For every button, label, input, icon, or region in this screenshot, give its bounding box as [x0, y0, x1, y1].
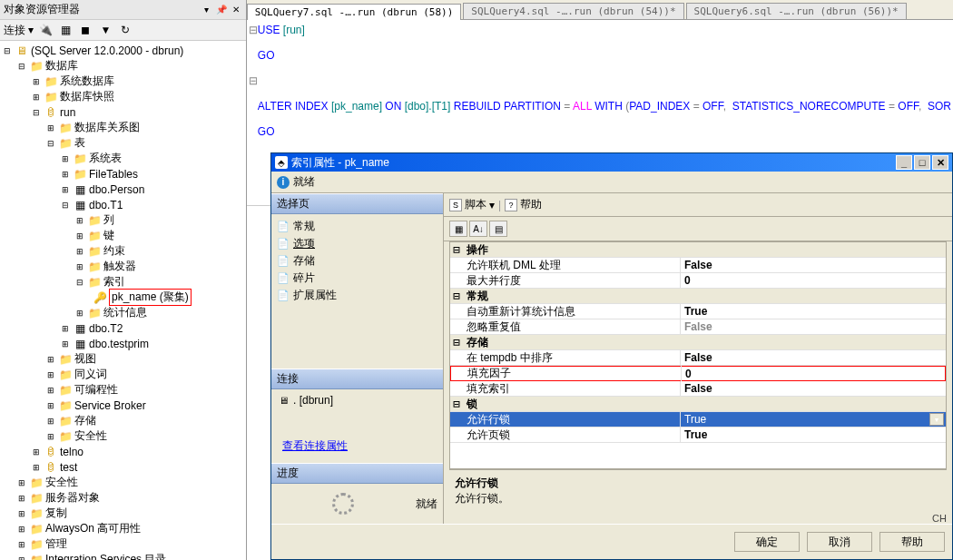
prop-fillfactor-value[interactable]: 0 — [682, 368, 945, 380]
tree-server[interactable]: (SQL Server 12.0.2000 - dbrun) — [31, 44, 183, 57]
help-button[interactable]: 帮助 — [879, 532, 945, 552]
collapse-icon[interactable]: ⊟ — [2, 45, 13, 56]
prop-pagelock[interactable]: 允许页锁 — [463, 427, 681, 443]
tab-sqlquery6[interactable]: SQLQuery6.sql -….run (dbrun (56))* — [686, 3, 907, 19]
prop-rowlock-value[interactable]: True▾ — [681, 413, 946, 426]
stop-icon[interactable]: ◼ — [77, 22, 93, 38]
expand-icon[interactable]: ⊞ — [60, 323, 71, 334]
tree-diagrams[interactable]: 数据库关系图 — [74, 120, 140, 135]
pin-icon[interactable]: 📌 — [215, 4, 228, 16]
tree-replication[interactable]: 复制 — [45, 506, 67, 521]
tree-indexes[interactable]: 索引 — [103, 274, 125, 290]
expand-icon[interactable]: ⊞ — [45, 369, 56, 380]
disconnect-icon[interactable]: ▦ — [57, 22, 74, 38]
expand-icon[interactable]: ⊞ — [45, 354, 56, 365]
maximize-button[interactable]: □ — [914, 155, 930, 170]
page-fragments[interactable]: 📄碎片 — [277, 270, 437, 287]
prop-ignoredup-value[interactable]: False — [681, 320, 946, 333]
prop-fillfactor[interactable]: 填充因子 — [464, 366, 682, 381]
expand-icon[interactable]: ⊞ — [45, 123, 56, 133]
tree-telno[interactable]: telno — [60, 446, 84, 458]
prop-autorecompute-value[interactable]: True — [681, 305, 946, 318]
prop-sorttempdb-value[interactable]: False — [681, 351, 946, 364]
tree-serverobjects[interactable]: 服务器对象 — [45, 490, 100, 506]
page-options[interactable]: 📄选项 — [277, 235, 437, 252]
page-storage[interactable]: 📄存储 — [277, 252, 437, 270]
expand-icon[interactable]: ⊞ — [74, 261, 85, 272]
tree-systables[interactable]: 系统表 — [89, 151, 122, 166]
expand-icon[interactable]: ⊞ — [74, 308, 85, 319]
close-icon[interactable]: ✕ — [230, 4, 242, 16]
tree-testprim[interactable]: dbo.testprim — [89, 338, 149, 350]
connect-button[interactable]: 连接 ▾ — [4, 23, 34, 38]
collapse-icon[interactable]: ⊟ — [45, 138, 56, 149]
expand-icon[interactable]: ⊞ — [31, 92, 42, 103]
cancel-button[interactable]: 取消 — [807, 532, 872, 552]
connect-icon[interactable]: 🔌 — [37, 22, 54, 38]
object-explorer-tree[interactable]: ⊟🖥(SQL Server 12.0.2000 - dbrun) ⊟📁数据库 ⊞… — [0, 41, 246, 560]
tree-constraints[interactable]: 约束 — [103, 243, 125, 259]
prop-padindex[interactable]: 填充索引 — [463, 381, 681, 397]
expand-icon[interactable]: ⊞ — [74, 215, 85, 226]
prop-online-dml[interactable]: 允许联机 DML 处理 — [463, 258, 681, 273]
expand-icon[interactable]: ⊞ — [60, 339, 71, 349]
prop-padindex-value[interactable]: False — [681, 382, 946, 395]
collapse-icon[interactable]: ⊟ — [16, 61, 27, 72]
tree-databases[interactable]: 数据库 — [45, 58, 78, 74]
refresh-icon[interactable]: ↻ — [117, 22, 133, 38]
expand-icon[interactable]: ⊞ — [74, 231, 85, 241]
tree-storage[interactable]: 存储 — [74, 413, 96, 428]
collapse-icon[interactable]: ⊟ — [74, 277, 85, 288]
tree-management[interactable]: 管理 — [45, 536, 67, 552]
expand-icon[interactable]: ⊞ — [45, 385, 56, 396]
ok-button[interactable]: 确定 — [734, 532, 800, 552]
tree-programmability[interactable]: 可编程性 — [74, 382, 118, 398]
expand-icon[interactable]: ⊞ — [16, 477, 27, 488]
collapse-icon[interactable]: ⊟ — [450, 243, 463, 256]
tree-views[interactable]: 视图 — [74, 351, 96, 367]
dropdown-icon[interactable]: ▾ — [929, 413, 944, 426]
expand-icon[interactable]: ⊞ — [45, 416, 56, 427]
page-general[interactable]: 📄常规 — [277, 218, 437, 235]
help-button[interactable]: ?帮助 — [505, 197, 542, 212]
tree-security[interactable]: 安全性 — [74, 428, 107, 444]
collapse-icon[interactable]: ⊟ — [60, 200, 71, 211]
expand-icon[interactable]: ⊞ — [31, 447, 42, 457]
tab-sqlquery4[interactable]: SQLQuery4.sql -….run (dbrun (54))* — [463, 3, 683, 19]
minimize-button[interactable]: _ — [896, 155, 912, 170]
tree-test[interactable]: test — [60, 461, 77, 474]
view-connection-link[interactable]: 查看连接属性 — [282, 438, 348, 454]
tree-t2[interactable]: dbo.T2 — [89, 322, 123, 335]
expand-icon[interactable]: ⊞ — [45, 400, 56, 411]
tree-keys[interactable]: 键 — [103, 228, 114, 243]
alphabetical-button[interactable]: A↓ — [469, 221, 487, 237]
prop-autorecompute[interactable]: 自动重新计算统计信息 — [463, 304, 681, 319]
tree-servicebroker[interactable]: Service Broker — [74, 399, 146, 412]
tree-triggers[interactable]: 触发器 — [103, 259, 136, 274]
tree-security2[interactable]: 安全性 — [45, 475, 78, 490]
collapse-icon[interactable]: ⊟ — [450, 398, 463, 410]
collapse-icon[interactable]: ⊟ — [450, 336, 463, 349]
tree-sysdb[interactable]: 系统数据库 — [60, 74, 114, 89]
expand-icon[interactable]: ⊞ — [45, 431, 56, 442]
properties-grid[interactable]: ⊟操作 允许联机 DML 处理False 最大并行度0 ⊟常规 自动重新计算统计… — [449, 241, 947, 469]
tab-sqlquery7[interactable]: SQLQuery7.sql -….run (dbrun (58)) — [247, 4, 462, 20]
expand-icon[interactable]: ⊞ — [74, 246, 85, 257]
close-button[interactable]: ✕ — [932, 155, 948, 170]
tree-tables[interactable]: 表 — [74, 135, 85, 151]
expand-icon[interactable]: ⊞ — [16, 539, 27, 550]
categorized-button[interactable]: ▦ — [449, 221, 467, 237]
script-button[interactable]: S脚本 ▾ — [449, 197, 495, 212]
tree-person[interactable]: dbo.Person — [89, 183, 144, 196]
prop-pagelock-value[interactable]: True — [681, 428, 946, 441]
page-extended[interactable]: 📄扩展属性 — [277, 287, 437, 304]
props-pages-button[interactable]: ▤ — [489, 221, 507, 237]
tree-stats[interactable]: 统计信息 — [103, 305, 147, 320]
tree-t1[interactable]: dbo.T1 — [89, 199, 123, 211]
tree-columns[interactable]: 列 — [103, 212, 114, 228]
collapse-icon[interactable]: ⊟ — [450, 290, 463, 302]
prop-rowlock[interactable]: 允许行锁 — [463, 412, 681, 427]
prop-sorttempdb[interactable]: 在 tempdb 中排序 — [463, 350, 681, 366]
tree-filetables[interactable]: FileTables — [89, 168, 138, 181]
prop-ignoredup[interactable]: 忽略重复值 — [463, 319, 681, 335]
